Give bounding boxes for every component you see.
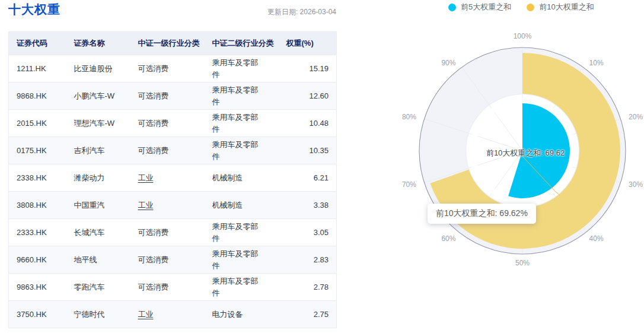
industry-level2: 乘用车及零部件 [212, 221, 264, 245]
industry-level2: 乘用车及零部件 [212, 84, 264, 108]
weight-value: 10.48 [286, 110, 337, 137]
update-date: 更新日期: 2026-03-04 [218, 7, 336, 17]
industry-level1: 可选消费 [138, 228, 169, 237]
axis-tick-label: 100% [514, 32, 532, 40]
industry-level1: 可选消费 [138, 91, 169, 100]
weights-polar-chart: 10%20%30%40%50%60%70%80%90%100% [380, 18, 644, 274]
stock-name: 宁德时代 [74, 301, 138, 328]
industry-level2: 乘用车及零部件 [212, 248, 264, 272]
column-header-name: 证券名称 [74, 32, 138, 55]
weights-table: 证券代码 证券名称 中证一级行业分类 中证二级行业分类 权重(%) 1211.H… [8, 31, 337, 328]
axis-tick-label: 70% [402, 180, 416, 189]
stock-code: 1211.HK [9, 55, 74, 83]
stock-code: 2338.HK [9, 164, 74, 192]
stock-code: 9660.HK [9, 246, 74, 274]
axis-tick-label: 20% [629, 113, 643, 121]
industry-level1: 可选消费 [138, 146, 169, 155]
table-row: 2338.HK 潍柴动力 工业 机械制造 6.21 [9, 164, 337, 192]
legend-item-top10[interactable]: 前10大权重之和 [527, 2, 594, 12]
page-title: 十大权重 [8, 1, 60, 18]
stock-code: 2015.HK [9, 110, 74, 137]
stock-code: 3750.HK [9, 301, 74, 328]
stock-name: 吉利汽车 [74, 137, 138, 164]
stock-code: 2333.HK [9, 219, 74, 246]
legend-item-top5[interactable]: 前5大权重之和 [448, 2, 511, 12]
table-row: 9868.HK 小鹏汽车-W 可选消费 乘用车及零部件 12.60 [9, 83, 337, 110]
table-row: 3750.HK 宁德时代 工业 电力设备 2.75 [9, 301, 337, 328]
industry-level2: 乘用车及零部件 [212, 275, 264, 299]
weight-value: 2.83 [286, 246, 337, 274]
legend-dot [448, 4, 456, 11]
table-row: 2333.HK 长城汽车 可选消费 乘用车及零部件 3.05 [9, 219, 337, 246]
legend-dot [527, 4, 534, 11]
weights-table-wrapper: 证券代码 证券名称 中证一级行业分类 中证二级行业分类 权重(%) 1211.H… [8, 31, 336, 328]
industry-level1: 可选消费 [138, 64, 169, 73]
stock-name: 中国重汽 [74, 192, 138, 219]
stock-name: 比亚迪股份 [74, 55, 138, 83]
weight-value: 15.19 [286, 55, 337, 83]
axis-tick-label: 60% [441, 234, 455, 243]
industry-level1: 可选消费 [138, 283, 169, 291]
industry-level2: 乘用车及零部件 [212, 139, 264, 163]
axis-tick-label: 30% [629, 180, 643, 189]
chart-tooltip: 前10大权重之和: 69.62% [428, 204, 536, 224]
axis-tick-label: 10% [589, 59, 604, 67]
industry-level1-link[interactable]: 工业 [138, 201, 154, 210]
industry-level2: 乘用车及零部件 [212, 112, 264, 135]
stock-name: 零跑汽车 [74, 274, 138, 301]
industry-level1: 可选消费 [138, 119, 169, 128]
legend-label: 前5大权重之和 [461, 2, 511, 12]
table-header-row: 证券代码 证券名称 中证一级行业分类 中证二级行业分类 权重(%) [9, 32, 337, 55]
table-row: 2015.HK 理想汽车-W 可选消费 乘用车及零部件 10.48 [9, 110, 337, 137]
industry-level2: 机械制造 [212, 199, 243, 211]
chart-legend: 前5大权重之和前10大权重之和 [448, 2, 594, 12]
stock-code: 0175.HK [9, 137, 74, 164]
stock-code: 9863.HK [9, 274, 74, 301]
weight-value: 2.78 [286, 274, 337, 301]
weight-value: 3.38 [286, 192, 337, 219]
legend-label: 前10大权重之和 [539, 2, 594, 12]
stock-name: 理想汽车-W [74, 110, 138, 137]
table-row: 3808.HK 中国重汽 工业 机械制造 3.38 [9, 192, 337, 219]
axis-tick-label: 90% [441, 59, 455, 67]
stock-code: 9868.HK [9, 83, 74, 110]
industry-level2: 电力设备 [212, 309, 243, 321]
industry-level1: 可选消费 [138, 255, 169, 264]
column-header-industry1: 中证一级行业分类 [138, 32, 212, 55]
axis-tick-label: 80% [402, 113, 416, 121]
axis-tick-label: 40% [589, 234, 604, 243]
table-row: 0175.HK 吉利汽车 可选消费 乘用车及零部件 10.35 [9, 137, 337, 164]
weight-value: 6.21 [286, 164, 337, 192]
axis-tick-label: 50% [515, 259, 530, 267]
weight-value: 2.75 [286, 301, 337, 328]
stock-code: 3808.HK [9, 192, 74, 219]
industry-level1-link[interactable]: 工业 [138, 310, 154, 319]
column-header-code: 证券代码 [9, 32, 74, 55]
column-header-weight: 权重(%) [286, 32, 337, 55]
table-row: 1211.HK 比亚迪股份 可选消费 乘用车及零部件 15.19 [9, 55, 337, 83]
stock-name: 潍柴动力 [74, 164, 138, 192]
stock-name: 地平线 [74, 246, 138, 274]
weight-value: 10.35 [286, 137, 337, 164]
industry-level2: 乘用车及零部件 [212, 57, 264, 81]
weight-value: 3.05 [286, 219, 337, 246]
table-row: 9863.HK 零跑汽车 可选消费 乘用车及零部件 2.78 [9, 274, 337, 301]
stock-name: 小鹏汽车-W [74, 83, 138, 110]
column-header-industry2: 中证二级行业分类 [212, 32, 286, 55]
industry-level2: 机械制造 [212, 172, 243, 184]
table-row: 9660.HK 地平线 可选消费 乘用车及零部件 2.83 [9, 246, 337, 274]
stock-name: 长城汽车 [74, 219, 138, 246]
industry-level1-link[interactable]: 工业 [138, 173, 154, 182]
weight-value: 12.60 [286, 83, 337, 110]
